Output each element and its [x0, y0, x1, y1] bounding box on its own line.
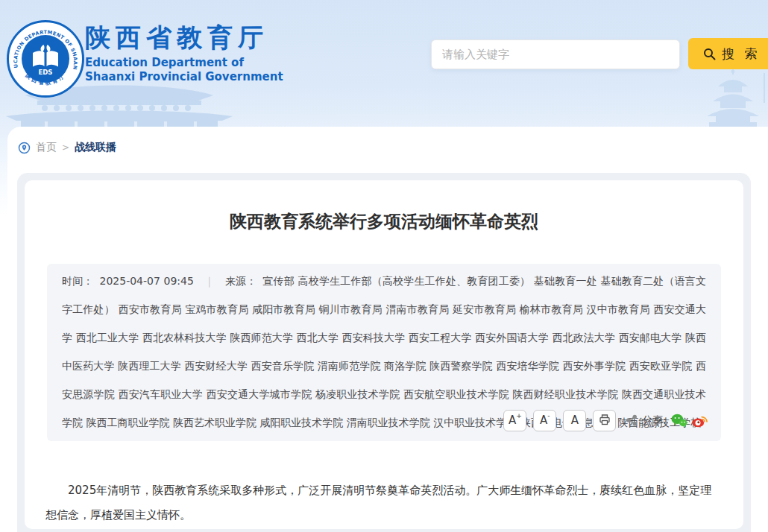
- main-content-area: 首页 > 战线联播 陕西教育系统举行多项活动缅怀革命英烈 时间：2025-04-…: [7, 127, 768, 532]
- article-meta-box: 时间：2025-04-07 09:45｜来源：宣传部 高校学生工作部（高校学生工…: [47, 264, 721, 441]
- meta-time-label: 时间：: [62, 275, 94, 287]
- site-title-chinese: 陕西省教育厅: [85, 22, 283, 52]
- printer-icon: [599, 414, 611, 425]
- department-seal-logo[interactable]: EDUCATION DEPARTMENT OF SHAANXI 陕西省教育厅 E…: [6, 19, 85, 98]
- font-increase-button[interactable]: A+: [503, 410, 526, 431]
- article-panel: 陕西教育系统举行多项活动缅怀革命英烈 时间：2025-04-07 09:45｜来…: [17, 173, 751, 532]
- weibo-icon: [692, 414, 708, 428]
- breadcrumb-home-link[interactable]: 首页: [36, 141, 57, 154]
- article-body-paragraph: 2025年清明节，陕西教育系统采取多种形式，广泛开展清明节祭奠革命英烈活动。广大…: [45, 478, 723, 528]
- search-icon: [703, 48, 716, 60]
- font-decrease-button[interactable]: A-: [533, 410, 556, 431]
- share-weibo-button[interactable]: [692, 414, 708, 428]
- article-card: 陕西教育系统举行多项活动缅怀革命英烈 时间：2025-04-07 09:45｜来…: [25, 180, 743, 529]
- location-pin-icon: [18, 142, 31, 154]
- meta-time-value: 2025-04-07 09:45: [100, 275, 194, 287]
- font-reset-label: A: [571, 414, 579, 427]
- meta-divider: ｜: [204, 275, 215, 287]
- breadcrumb: 首页 > 战线联播: [7, 127, 768, 155]
- share-wechat-button[interactable]: [671, 414, 687, 428]
- search-button-label: 搜 索: [722, 45, 760, 63]
- wechat-icon: [671, 414, 687, 428]
- site-title-english-line2: Shaanxi Provincial Government: [85, 70, 283, 84]
- article-title: 陕西教育系统举行多项活动缅怀革命英烈: [45, 210, 723, 232]
- print-button[interactable]: [593, 410, 616, 431]
- page: EDUCATION DEPARTMENT OF SHAANXI 陕西省教育厅 E…: [0, 0, 768, 532]
- share-group: 分享:: [626, 406, 708, 434]
- font-reset-button[interactable]: A: [563, 410, 586, 431]
- site-title-english: Education Department of Shaanxi Provinci…: [85, 56, 283, 84]
- search-button[interactable]: 搜 索: [688, 38, 768, 69]
- font-increase-label: A: [509, 414, 516, 427]
- logo-center-text: EDS: [39, 69, 53, 76]
- meta-source-label: 来源：: [225, 275, 257, 287]
- font-decrease-sup: -: [547, 413, 550, 419]
- breadcrumb-current-section[interactable]: 战线联播: [75, 141, 116, 154]
- share-nodes-icon: [626, 414, 638, 426]
- font-increase-sup: +: [516, 413, 522, 419]
- share-label: 分享:: [642, 406, 667, 434]
- site-title-english-line1: Education Department of: [85, 56, 283, 70]
- site-branding: 陕西省教育厅 Education Department of Shaanxi P…: [85, 22, 283, 84]
- article-toolbar: A+ A- A: [503, 406, 708, 434]
- breadcrumb-separator: >: [62, 142, 69, 153]
- font-decrease-label: A: [540, 414, 547, 427]
- site-header: EDUCATION DEPARTMENT OF SHAANXI 陕西省教育厅 E…: [0, 0, 768, 127]
- search-input[interactable]: [431, 39, 680, 69]
